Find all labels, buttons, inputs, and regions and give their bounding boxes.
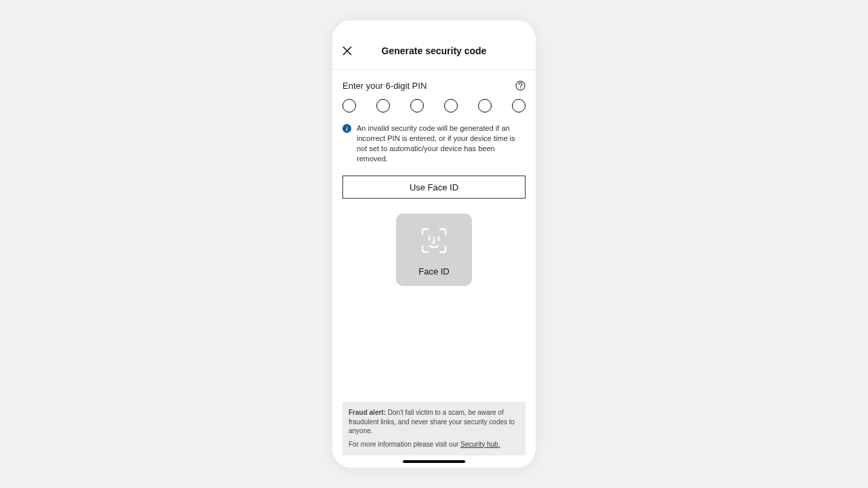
fraud-alert-label: Fraud alert: (349, 409, 386, 416)
header-bar: Generate security code (332, 33, 536, 70)
fraud-more-text: For more information please visit our (349, 441, 460, 448)
face-id-card-label: Face ID (418, 266, 450, 277)
help-button[interactable] (515, 81, 526, 91)
help-icon (515, 81, 526, 91)
security-hub-link[interactable]: Security hub. (460, 441, 500, 448)
pin-digit-5[interactable] (478, 99, 492, 113)
prompt-row: Enter your 6-digit PIN (342, 81, 526, 91)
fraud-alert-text: Fraud alert: Don't fall victim to a scam… (349, 408, 519, 436)
content-area: Enter your 6-digit PIN i An invalid secu… (332, 70, 536, 455)
home-indicator-area (332, 455, 536, 468)
info-icon: i (342, 124, 351, 133)
fraud-more-info: For more information please visit our Se… (349, 440, 519, 449)
pin-digit-2[interactable] (376, 99, 390, 113)
info-text: An invalid security code will be generat… (357, 123, 526, 163)
info-row: i An invalid security code will be gener… (342, 123, 526, 163)
face-id-card[interactable]: Face ID (396, 214, 472, 286)
use-face-id-button[interactable]: Use Face ID (342, 176, 526, 199)
home-indicator[interactable] (403, 460, 465, 463)
pin-prompt-label: Enter your 6-digit PIN (342, 81, 427, 91)
pin-digit-6[interactable] (512, 99, 526, 113)
fraud-alert-box: Fraud alert: Don't fall victim to a scam… (342, 402, 526, 455)
pin-digit-3[interactable] (410, 99, 424, 113)
face-id-icon (418, 224, 450, 257)
close-icon (342, 46, 352, 56)
page-title: Generate security code (382, 45, 487, 56)
close-button[interactable] (342, 46, 352, 56)
pin-digit-4[interactable] (444, 99, 458, 113)
pin-input-row[interactable] (342, 99, 526, 113)
svg-point-3 (520, 87, 521, 88)
phone-frame: Generate security code Enter your 6-digi… (332, 20, 536, 468)
pin-digit-1[interactable] (342, 99, 356, 113)
